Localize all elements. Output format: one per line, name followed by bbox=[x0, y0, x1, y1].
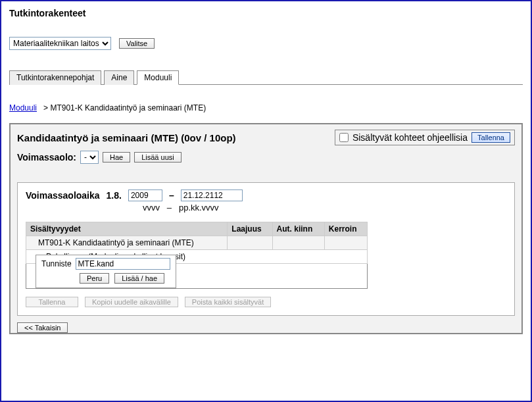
tunniste-box: Tunniste Peru Lisää / hae bbox=[36, 255, 176, 288]
breadcrumb-link-moduuli[interactable]: Moduuli bbox=[9, 103, 37, 113]
save-button-header[interactable]: Tallenna bbox=[472, 132, 510, 143]
from-year-input[interactable] bbox=[128, 189, 162, 201]
row1-name: MT901-K Kandidaatintyö ja seminaari (MTE… bbox=[26, 236, 228, 250]
tab-tutkintorakennepohjat[interactable]: Tutkintorakennepohjat bbox=[9, 70, 101, 85]
dash: – bbox=[169, 190, 174, 201]
breadcrumb-current: MT901-K Kandidaatintyö ja seminaari (MTE… bbox=[50, 103, 206, 113]
hint-to: pp.kk.vvvv bbox=[179, 203, 219, 213]
add-fetch-button[interactable]: Lisää / hae bbox=[114, 273, 164, 284]
choose-button[interactable]: Valitse bbox=[119, 38, 155, 49]
hint-dash: – bbox=[167, 203, 172, 213]
copy-interval-button: Kopioi uudelle aikavälille bbox=[85, 297, 178, 307]
from-prefix: 1.8. bbox=[107, 190, 122, 201]
module-panel: Kandidaatintyö ja seminaari (MTE) (0ov /… bbox=[9, 123, 523, 334]
save-button: Tallenna bbox=[26, 297, 78, 307]
back-button[interactable]: << Takaisin bbox=[17, 322, 68, 333]
period-panel: Voimassaoloaika 1.8. – vvvv – pp.kk.vvvv… bbox=[17, 182, 515, 316]
validity-label: Voimassaolo: bbox=[17, 152, 76, 163]
module-title: Kandidaatintyö ja seminaari (MTE) (0ov /… bbox=[17, 132, 236, 143]
add-new-button[interactable]: Lisää uusi bbox=[134, 152, 181, 163]
to-date-input[interactable] bbox=[181, 189, 243, 201]
breadcrumb-sep: > bbox=[43, 103, 48, 113]
tab-bar: Tutkintorakennepohjat Aine Moduuli bbox=[9, 70, 523, 85]
department-select[interactable]: Materiaalitekniikan laitos bbox=[9, 37, 111, 50]
col-laajuus: Laajuus bbox=[228, 222, 272, 236]
tunniste-label: Tunniste bbox=[41, 259, 72, 268]
page-title: Tutkintorakenteet bbox=[9, 8, 523, 18]
tab-moduuli[interactable]: Moduuli bbox=[137, 70, 179, 85]
table-row: Tunniste Peru Lisää / hae bbox=[26, 264, 368, 289]
validity-select[interactable]: - bbox=[80, 151, 99, 164]
col-aut-kiinn: Aut. kiinn bbox=[272, 222, 324, 236]
inclusions-table: Sisältyvyydet Laajuus Aut. kiinn Kerroin… bbox=[26, 222, 368, 289]
sisaltyvat-checkbox[interactable] bbox=[339, 133, 349, 142]
table-row: MT901-K Kandidaatintyö ja seminaari (MTE… bbox=[26, 236, 368, 250]
hae-button[interactable]: Hae bbox=[103, 152, 130, 163]
col-sisaltyvyydet: Sisältyvyydet bbox=[26, 222, 228, 236]
col-kerroin: Kerroin bbox=[324, 222, 367, 236]
tunniste-input[interactable] bbox=[76, 258, 170, 270]
period-label: Voimassaoloaika bbox=[26, 190, 100, 201]
cancel-button[interactable]: Peru bbox=[80, 273, 109, 284]
sisaltyvat-label: Sisältyvät kohteet ohjeellisia bbox=[352, 132, 468, 143]
hint-from: vvvv bbox=[143, 203, 160, 213]
delete-all-button: Poista kaikki sisältyvät bbox=[185, 297, 271, 307]
tab-aine[interactable]: Aine bbox=[104, 70, 134, 85]
breadcrumb: Moduuli > MT901-K Kandidaatintyö ja semi… bbox=[9, 103, 523, 113]
